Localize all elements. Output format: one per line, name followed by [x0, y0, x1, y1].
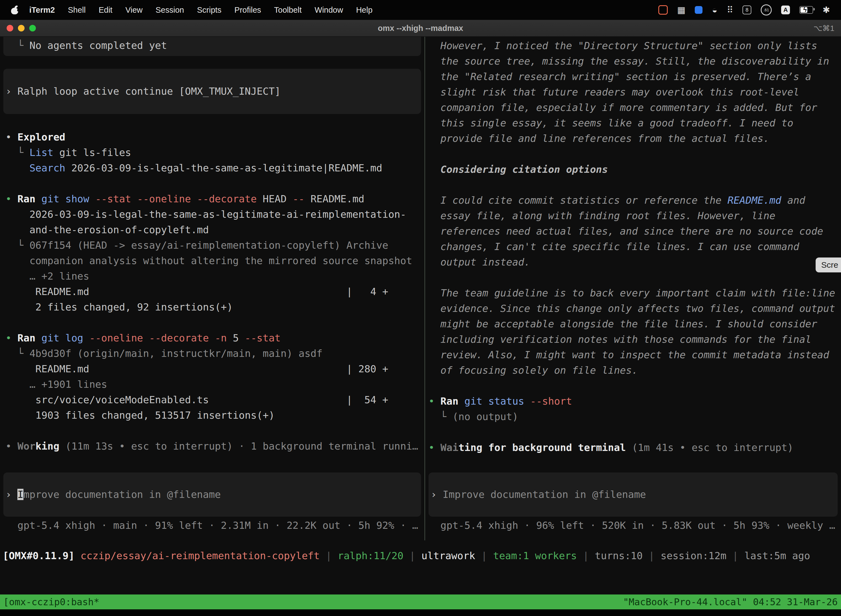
window-manager-icon[interactable]: ▦	[677, 5, 686, 15]
text-segment: ›	[6, 489, 18, 500]
text-segment: 1903 files changed, 513517 insertions(+)	[6, 409, 274, 421]
zoom-button[interactable]	[29, 25, 36, 31]
screen-recording-indicator-icon[interactable]	[658, 5, 668, 15]
ralph-loop-banner: › Ralph loop active continue [OMX_TMUX_I…	[3, 69, 421, 114]
text-segment: •	[6, 193, 18, 204]
menu-item-profiles[interactable]: Profiles	[234, 6, 261, 15]
text-segment: team:1 workers	[493, 550, 577, 561]
terminal-window: └ No agents completed yet› Ralph loop ac…	[0, 37, 841, 616]
text-segment: Wai	[440, 442, 458, 453]
terminal-line: this single essay, it seems like a good …	[425, 115, 841, 131]
menu-item-edit[interactable]: Edit	[98, 6, 112, 15]
text-segment: I	[18, 489, 23, 500]
text-segment: •	[428, 396, 440, 407]
text-segment: HEAD	[256, 193, 293, 204]
text-segment: Search	[6, 162, 65, 174]
text-segment: references need actual files, and since …	[428, 226, 823, 237]
terminal-line	[0, 176, 424, 191]
terminal-line: companion analysis without altering the …	[0, 253, 424, 268]
terminal-pane-right[interactable]: However, I noticed the "Directory Struct…	[425, 37, 841, 540]
menu-item-toolbelt[interactable]: Toolbelt	[274, 6, 302, 15]
text-segment: … +2 lines	[6, 270, 89, 282]
menu-item-window[interactable]: Window	[315, 6, 343, 15]
text-segment: |	[727, 550, 744, 561]
text-segment: git log	[41, 332, 84, 343]
text-segment: Ran	[18, 193, 35, 204]
tmux-panes: └ No agents completed yet› Ralph loop ac…	[0, 37, 841, 540]
prompt-input-right[interactable]: › Improve documentation in @filename	[428, 472, 838, 517]
menu-item-help[interactable]: Help	[356, 6, 372, 15]
text-segment: this single essay, it seems like a good …	[428, 117, 793, 129]
text-segment: (1m 41s • esc to interrupt)	[626, 442, 793, 453]
text-segment: changes, I can't cite specific file line…	[428, 241, 799, 252]
text-segment: •	[6, 131, 18, 143]
terminal-line: the "Related research writing" section i…	[425, 69, 841, 84]
text-segment: src/voice/voiceModeEnabled.ts | 54 +	[6, 394, 388, 405]
terminal-line: changes, I can't cite specific file line…	[425, 239, 841, 254]
app-grid-icon[interactable]: ⠿	[727, 5, 733, 15]
text-segment: •	[428, 442, 440, 453]
minimize-button[interactable]	[18, 25, 25, 31]
raycast-icon[interactable]	[695, 6, 702, 14]
window-titlebar[interactable]: omx --xhigh --madmax ⌥⌘1	[0, 20, 841, 37]
apple-menu-icon[interactable]	[11, 5, 19, 15]
text-segment: ting for background terminal	[458, 442, 626, 453]
terminal-line: and-the-erosion-of-copyleft.md	[0, 222, 424, 238]
terminal-line	[425, 177, 841, 193]
text-segment: evidence. Since this change only affects…	[428, 303, 835, 314]
bottom-strip	[0, 609, 841, 616]
text-segment: and	[781, 195, 806, 206]
menu-item-iterm2[interactable]: iTerm2	[29, 6, 55, 15]
close-button[interactable]	[7, 25, 13, 31]
text-segment: git ls-files	[53, 147, 131, 158]
keypad-icon[interactable]: 8	[743, 6, 751, 14]
terminal-line: gpt-5.4 xhigh · main · 91% left · 2.31M …	[0, 518, 424, 533]
terminal-line: … +1901 lines	[0, 377, 424, 392]
terminal-line: 2 files changed, 92 insertions(+)	[0, 299, 424, 315]
terminal-line: … +2 lines	[0, 268, 424, 284]
prompt-input-left[interactable]: › Improve documentation in @filename	[3, 472, 421, 517]
terminal-line: Considering citation options	[425, 162, 841, 177]
battery-percent-ring-icon[interactable]: .61	[761, 4, 772, 15]
menu-item-scripts[interactable]: Scripts	[197, 6, 221, 15]
terminal-line	[0, 423, 424, 439]
terminal-line	[425, 146, 841, 162]
text-segment: gpt-5.4 xhigh · 96% left · 520K in · 5.8…	[428, 520, 835, 531]
terminal-line: └ No agents completed yet	[3, 38, 421, 53]
input-source-icon[interactable]: A	[781, 6, 790, 14]
text-segment: output instead.	[428, 257, 530, 268]
terminal-line: src/voice/voiceModeEnabled.ts | 54 +	[0, 392, 424, 408]
text-segment	[35, 193, 41, 204]
text-segment: (11m 13s • esc to interrupt) · 1 backgro…	[59, 440, 418, 452]
terminal-line: 2026-03-09-is-legal-the-same-as-legitima…	[0, 207, 424, 222]
terminal-line: └ (no output)	[425, 409, 841, 424]
text-segment: I could cite commit statistics or refere…	[428, 195, 728, 206]
terminal-line: • Ran git show --stat --oneline --decora…	[0, 191, 424, 207]
text-segment: of focusing solely on file lines.	[428, 365, 638, 376]
model-status-line: gpt-5.4 xhigh · main · 91% left · 2.31M …	[0, 518, 424, 533]
terminal-line: › Improve documentation in @filename	[428, 487, 838, 502]
menu-item-view[interactable]: View	[125, 6, 142, 15]
menu-item-session[interactable]: Session	[155, 6, 184, 15]
text-segment: git status	[464, 396, 524, 407]
assistant-icon[interactable]: ◒	[712, 5, 717, 15]
text-segment: ›	[431, 489, 442, 500]
text-segment: might be acceptable alongside the file l…	[428, 318, 817, 330]
text-segment	[458, 396, 464, 407]
text-segment: turns:10	[595, 550, 643, 561]
text-segment: Explored	[18, 131, 65, 143]
text-segment: The team guideline is to back every impo…	[428, 287, 835, 299]
terminal-pane-left[interactable]: └ No agents completed yet› Ralph loop ac…	[0, 37, 424, 540]
menu-item-shell[interactable]: Shell	[68, 6, 86, 15]
screen-notification[interactable]: Scre	[816, 258, 841, 273]
utility-icon[interactable]: ✱	[822, 5, 830, 15]
screen-notification-label: Scre	[821, 260, 838, 270]
text-segment: --	[293, 193, 304, 204]
terminal-line: • Waiting for background terminal (1m 41…	[425, 440, 841, 455]
battery-icon[interactable]: ϟ	[799, 6, 813, 14]
terminal-line: Search 2026-03-09-is-legal-the-same-as-l…	[0, 160, 424, 176]
text-segment: companion analysis without altering the …	[6, 255, 412, 266]
terminal-line: review. Also, I might want to inspect th…	[425, 347, 841, 363]
terminal-scrollback: However, I noticed the "Directory Struct…	[425, 38, 841, 455]
tmux-host-clock: "MacBook-Pro-44.local" 04:52 31-Mar-26	[623, 596, 838, 607]
